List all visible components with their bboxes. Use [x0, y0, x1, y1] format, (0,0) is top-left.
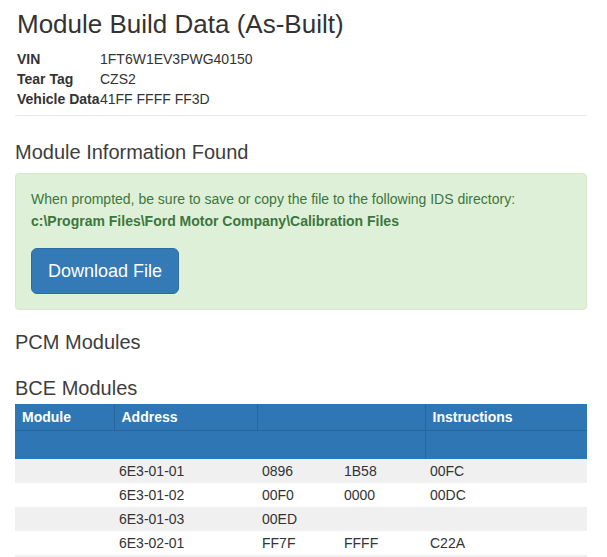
calibration-files-path: c:\Program Files\Ford Motor Company\Cali…	[31, 211, 571, 231]
cell-module	[15, 507, 114, 531]
vehicle-data-row: Vehicle Data41FF FFFF FF3D	[17, 89, 587, 109]
vin-value: 1FT6W1EV3PWG40150	[100, 51, 253, 67]
cell-address: 6E3-01-02	[114, 483, 257, 507]
cell-data2: FFFF	[339, 531, 425, 555]
vin-row: VIN1FT6W1EV3PWG40150	[17, 49, 587, 69]
pcm-modules-heading: PCM Modules	[15, 331, 587, 353]
page-title: Module Build Data (As-Built)	[17, 0, 587, 39]
column-header-module: Module	[15, 404, 114, 430]
module-instructions-cell	[425, 430, 587, 459]
table-row: 6E3-02-01 FF7F FFFF C22A	[15, 531, 587, 555]
column-header-address: Address	[114, 404, 257, 430]
cell-instructions: C22A	[425, 531, 587, 555]
cell-address: 6E3-01-03	[114, 507, 257, 531]
cell-instructions: 00DC	[425, 483, 587, 507]
vehicle-info-block: VIN1FT6W1EV3PWG40150 Tear TagCZS2 Vehicl…	[17, 49, 587, 109]
cell-data2: 1B58	[339, 459, 425, 483]
vin-label: VIN	[17, 49, 100, 69]
ids-directory-alert: When prompted, be sure to save or copy t…	[15, 173, 587, 310]
module-information-heading: Module Information Found	[15, 141, 587, 163]
column-header-instructions: Instructions	[425, 404, 587, 430]
cell-address: 6E3-01-01	[114, 459, 257, 483]
cell-instructions	[425, 507, 587, 531]
cell-data1: 00ED	[257, 507, 339, 531]
cell-data2	[339, 507, 425, 531]
bce-modules-table: Module Address Instructions 6E3-01-01 08…	[15, 404, 587, 557]
cell-module	[15, 483, 114, 507]
cell-module	[15, 531, 114, 555]
cell-data2: 0000	[339, 483, 425, 507]
table-row: 6E3-01-03 00ED	[15, 507, 587, 531]
vehicle-data-value: 41FF FFFF FF3D	[100, 91, 210, 107]
page-container: Module Build Data (As-Built) VIN1FT6W1EV…	[0, 0, 607, 557]
cell-address: 6E3-02-01	[114, 531, 257, 555]
table-header-row: Module Address Instructions	[15, 404, 587, 430]
divider	[15, 115, 587, 116]
column-header-data	[257, 404, 425, 430]
table-row: 6E3-01-02 00F0 0000 00DC	[15, 483, 587, 507]
cell-data1: 00F0	[257, 483, 339, 507]
vehicle-data-label: Vehicle Data	[17, 89, 100, 109]
table-row: 6E3-01-01 0896 1B58 00FC	[15, 459, 587, 483]
module-name-row	[15, 430, 587, 459]
tear-tag-label: Tear Tag	[17, 69, 100, 89]
cell-data1: 0896	[257, 459, 339, 483]
bce-modules-heading: BCE Modules	[15, 377, 587, 399]
module-name-cell	[15, 430, 425, 459]
download-file-button[interactable]: Download File	[31, 248, 179, 294]
tear-tag-value: CZS2	[100, 71, 136, 87]
tear-tag-row: Tear TagCZS2	[17, 69, 587, 89]
alert-message: When prompted, be sure to save or copy t…	[31, 189, 571, 209]
cell-instructions: 00FC	[425, 459, 587, 483]
cell-module	[15, 459, 114, 483]
cell-data1: FF7F	[257, 531, 339, 555]
